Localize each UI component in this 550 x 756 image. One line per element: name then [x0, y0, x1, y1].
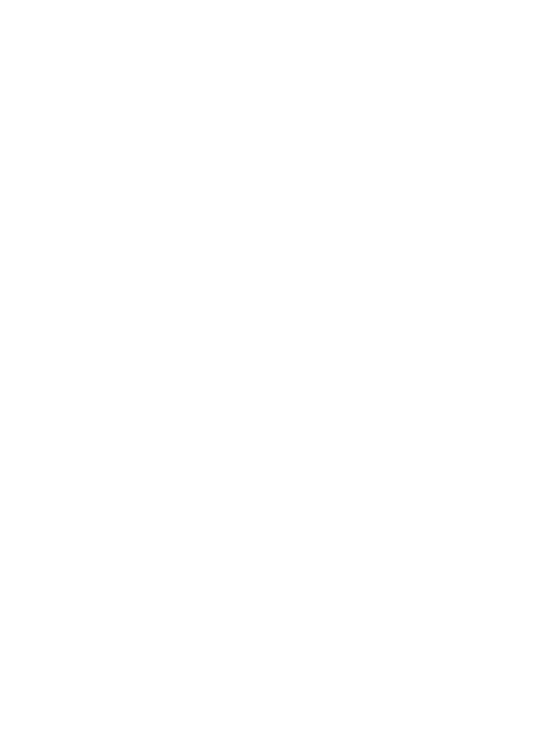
connection-lines	[0, 0, 550, 756]
mindmap-container	[0, 0, 550, 756]
